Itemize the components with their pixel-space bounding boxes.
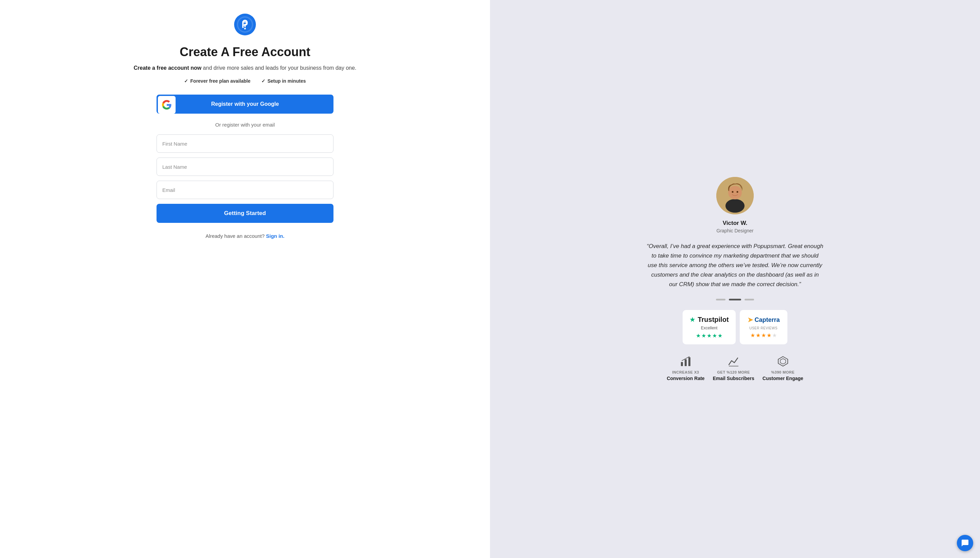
trend-icon [727,355,740,368]
svg-rect-9 [685,359,687,366]
stat-3-main: Customer Engage [763,376,803,381]
svg-point-6 [732,191,734,192]
svg-rect-8 [681,362,683,366]
popupsmart-logo: P [234,14,256,35]
dot-2[interactable] [729,299,741,300]
svg-text:P: P [241,20,248,30]
dot-1[interactable] [716,299,726,300]
check-icon-1: ✓ [184,78,188,84]
svg-rect-10 [688,357,690,366]
capterra-name: Capterra [755,317,780,323]
trustpilot-badge: ★ Trustpilot Excellent ★ ★ ★ ★ ★ [683,310,735,344]
stat-3-small: %390 MORE [771,370,795,374]
feature-1: ✓ Forever free plan available [184,78,250,84]
trustpilot-stars: ★ ★ ★ ★ ★ [696,332,722,339]
carousel-dots [716,299,754,300]
capterra-badge: ➤ Capterra USER REVIEWS ★ ★ ★ ★ ★ [740,310,787,344]
testimonial-section: Victor W. Graphic Designer “Overall, I’v… [647,177,824,381]
star-2: ★ [701,332,706,339]
chat-support-button[interactable] [957,535,973,551]
capterra-arrow-icon: ➤ [747,315,753,324]
reviewer-name: Victor W. [723,220,747,226]
signin-link[interactable]: Sign in. [266,233,284,239]
stat-engagement: %390 MORE Customer Engage [763,355,803,381]
svg-marker-12 [778,356,788,366]
google-register-button[interactable]: Register with your Google [156,95,333,114]
feature-2-label: Setup in minutes [268,78,306,84]
google-g-icon [162,100,171,110]
page-title: Create A Free Account [180,45,310,59]
email-input[interactable] [156,181,333,199]
star-5: ★ [717,332,722,339]
star-4: ★ [712,332,717,339]
bar-chart-icon [680,355,692,368]
trustpilot-logo-row: ★ Trustpilot [689,315,729,323]
reviewer-role: Graphic Designer [717,228,754,233]
svg-point-4 [726,199,745,213]
check-icon-2: ✓ [261,78,266,84]
rating-badges: ★ Trustpilot Excellent ★ ★ ★ ★ ★ ➤ Capte… [683,310,787,344]
subtitle: Create a free account now and drive more… [134,64,356,72]
stat-1-small: INCREASE X3 [672,370,699,374]
polygon-icon [777,355,789,368]
star-3: ★ [707,332,711,339]
c-star-3: ★ [761,332,766,338]
c-star-4: ★ [767,332,772,338]
chat-icon [961,539,969,547]
trustpilot-rating-label: Excellent [701,326,717,330]
capterra-logo-row: ➤ Capterra [747,315,780,324]
signin-prompt: Already have an account? Sign in. [205,233,284,239]
stat-email: GET %120 MORE Email Subscribers [713,355,754,381]
dot-3[interactable] [745,299,754,300]
left-panel: P Create A Free Account Create a free ac… [0,0,490,558]
stat-conversion: INCREASE X3 Conversion Rate [666,355,704,381]
subtitle-rest: and drive more sales and leads for your … [203,65,356,71]
svg-marker-13 [780,359,786,364]
svg-point-5 [728,186,742,199]
testimonial-quote: “Overall, I’ve had a great experience wi… [647,241,824,289]
trustpilot-name: Trustpilot [698,316,729,323]
divider-text: Or register with your email [215,122,274,128]
logo-container: P [234,14,256,37]
c-star-2: ★ [756,332,760,338]
stat-2-main: Email Subscribers [713,376,754,381]
stat-1-main: Conversion Rate [666,376,704,381]
feature-2: ✓ Setup in minutes [261,78,306,84]
right-panel: Victor W. Graphic Designer “Overall, I’v… [490,0,980,558]
google-button-label: Register with your Google [157,101,333,107]
trustpilot-star-icon: ★ [689,315,696,323]
google-icon-box [158,96,176,114]
capterra-stars: ★ ★ ★ ★ ★ [750,332,777,338]
first-name-input[interactable] [156,135,333,153]
stat-2-small: GET %120 MORE [717,370,750,374]
features-row: ✓ Forever free plan available ✓ Setup in… [184,78,305,84]
c-star-1: ★ [750,332,755,338]
registration-form: Getting Started [156,135,333,223]
subtitle-bold: Create a free account now [134,65,202,71]
signin-static-text: Already have an account? [205,233,264,239]
avatar-image [716,177,754,214]
getting-started-button[interactable]: Getting Started [156,204,333,223]
c-star-half: ★ [772,332,777,338]
reviewer-avatar [716,177,754,214]
feature-1-label: Forever free plan available [190,78,250,84]
svg-point-7 [737,191,739,192]
stats-row: INCREASE X3 Conversion Rate GET %120 MOR… [666,355,803,381]
last-name-input[interactable] [156,158,333,176]
star-1: ★ [696,332,701,339]
capterra-label: USER REVIEWS [749,326,778,330]
